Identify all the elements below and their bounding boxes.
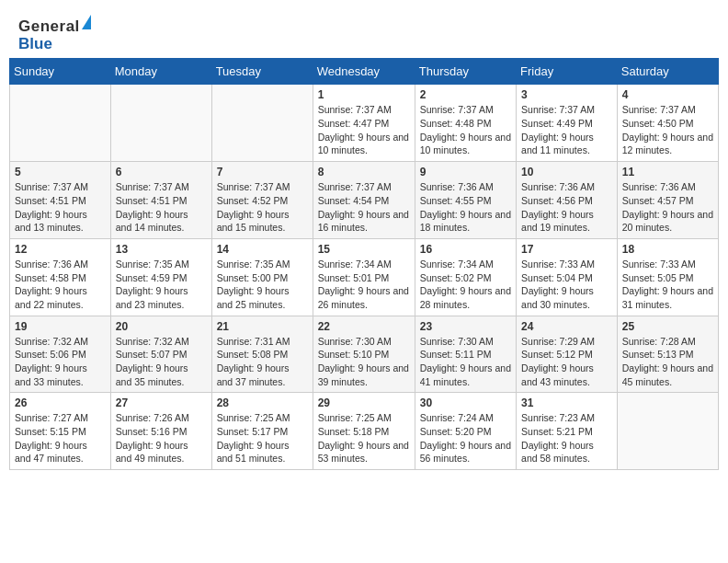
calendar-cell: 29Sunrise: 7:25 AMSunset: 5:18 PMDayligh…: [313, 393, 415, 470]
calendar-cell: 19Sunrise: 7:32 AMSunset: 5:06 PMDayligh…: [10, 316, 111, 393]
day-number: 1: [318, 88, 410, 101]
day-info: Sunrise: 7:30 AMSunset: 5:10 PMDaylight:…: [318, 336, 409, 387]
calendar-cell: 6Sunrise: 7:37 AMSunset: 4:51 PMDaylight…: [110, 162, 211, 239]
day-number: 19: [15, 320, 106, 333]
day-number: 20: [116, 320, 207, 333]
day-number: 8: [318, 166, 410, 178]
calendar-cell: 9Sunrise: 7:36 AMSunset: 4:55 PMDaylight…: [415, 162, 516, 239]
day-info: Sunrise: 7:37 AMSunset: 4:50 PMDaylight:…: [622, 104, 713, 155]
day-number: 31: [521, 396, 612, 409]
day-number: 7: [217, 166, 308, 178]
day-number: 15: [318, 243, 410, 256]
calendar-cell: 18Sunrise: 7:33 AMSunset: 5:05 PMDayligh…: [617, 238, 718, 316]
day-info: Sunrise: 7:29 AMSunset: 5:12 PMDaylight:…: [521, 336, 595, 387]
calendar-cell: 3Sunrise: 7:37 AMSunset: 4:49 PMDaylight…: [517, 85, 618, 162]
day-info: Sunrise: 7:36 AMSunset: 4:57 PMDaylight:…: [622, 181, 713, 233]
weekday-header-wednesday: Wednesday: [313, 59, 415, 85]
calendar-table: SundayMondayTuesdayWednesdayThursdayFrid…: [9, 58, 719, 470]
calendar-cell: 7Sunrise: 7:37 AMSunset: 4:52 PMDaylight…: [211, 162, 313, 239]
day-info: Sunrise: 7:33 AMSunset: 5:04 PMDaylight:…: [521, 259, 595, 310]
calendar-cell: 26Sunrise: 7:27 AMSunset: 5:15 PMDayligh…: [10, 393, 111, 470]
weekday-header-saturday: Saturday: [617, 59, 718, 85]
calendar-cell: [211, 85, 313, 162]
day-info: Sunrise: 7:34 AMSunset: 5:01 PMDaylight:…: [318, 259, 409, 310]
day-info: Sunrise: 7:25 AMSunset: 5:18 PMDaylight:…: [318, 412, 409, 464]
day-info: Sunrise: 7:26 AMSunset: 5:16 PMDaylight:…: [116, 412, 189, 464]
weekday-header-monday: Monday: [110, 59, 211, 85]
day-number: 16: [420, 243, 511, 256]
day-number: 22: [318, 320, 410, 333]
calendar-cell: 10Sunrise: 7:36 AMSunset: 4:56 PMDayligh…: [517, 162, 618, 239]
page-header: General Blue: [9, 9, 719, 58]
day-info: Sunrise: 7:37 AMSunset: 4:48 PMDaylight:…: [420, 104, 511, 155]
calendar-cell: 11Sunrise: 7:36 AMSunset: 4:57 PMDayligh…: [617, 162, 718, 239]
day-info: Sunrise: 7:37 AMSunset: 4:47 PMDaylight:…: [318, 104, 409, 155]
day-info: Sunrise: 7:37 AMSunset: 4:51 PMDaylight:…: [116, 181, 189, 233]
calendar-cell: [10, 85, 111, 162]
day-info: Sunrise: 7:30 AMSunset: 5:11 PMDaylight:…: [420, 336, 511, 387]
day-info: Sunrise: 7:37 AMSunset: 4:54 PMDaylight:…: [318, 181, 409, 233]
day-info: Sunrise: 7:32 AMSunset: 5:07 PMDaylight:…: [116, 336, 189, 387]
weekday-header-tuesday: Tuesday: [211, 59, 313, 85]
day-number: 18: [622, 243, 713, 256]
calendar-cell: 5Sunrise: 7:37 AMSunset: 4:51 PMDaylight…: [10, 162, 111, 239]
day-number: 3: [521, 88, 612, 101]
day-number: 28: [217, 396, 308, 409]
calendar-cell: [110, 85, 211, 162]
day-number: 9: [420, 166, 511, 178]
day-number: 29: [318, 396, 410, 409]
day-number: 24: [521, 320, 612, 333]
calendar-cell: 16Sunrise: 7:34 AMSunset: 5:02 PMDayligh…: [415, 238, 516, 316]
day-number: 10: [521, 166, 612, 178]
day-number: 26: [15, 396, 106, 409]
day-number: 4: [622, 88, 713, 101]
calendar-cell: 23Sunrise: 7:30 AMSunset: 5:11 PMDayligh…: [415, 316, 516, 393]
day-info: Sunrise: 7:37 AMSunset: 4:49 PMDaylight:…: [521, 104, 595, 155]
day-info: Sunrise: 7:25 AMSunset: 5:17 PMDaylight:…: [217, 412, 290, 464]
calendar-cell: 24Sunrise: 7:29 AMSunset: 5:12 PMDayligh…: [517, 316, 618, 393]
calendar-cell: 17Sunrise: 7:33 AMSunset: 5:04 PMDayligh…: [517, 238, 618, 316]
day-info: Sunrise: 7:36 AMSunset: 4:58 PMDaylight:…: [15, 259, 88, 310]
day-number: 25: [622, 320, 713, 333]
day-info: Sunrise: 7:37 AMSunset: 4:52 PMDaylight:…: [217, 181, 290, 233]
weekday-header-thursday: Thursday: [415, 59, 516, 85]
calendar-cell: 25Sunrise: 7:28 AMSunset: 5:13 PMDayligh…: [617, 316, 718, 393]
calendar-cell: 12Sunrise: 7:36 AMSunset: 4:58 PMDayligh…: [10, 238, 111, 316]
day-info: Sunrise: 7:23 AMSunset: 5:21 PMDaylight:…: [521, 412, 595, 464]
weekday-header-sunday: Sunday: [10, 59, 111, 85]
calendar-cell: 4Sunrise: 7:37 AMSunset: 4:50 PMDaylight…: [617, 85, 718, 162]
logo: General Blue: [18, 17, 91, 52]
day-info: Sunrise: 7:28 AMSunset: 5:13 PMDaylight:…: [622, 336, 713, 387]
calendar-cell: 14Sunrise: 7:35 AMSunset: 5:00 PMDayligh…: [211, 238, 313, 316]
calendar-cell: 21Sunrise: 7:31 AMSunset: 5:08 PMDayligh…: [211, 316, 313, 393]
day-info: Sunrise: 7:35 AMSunset: 5:00 PMDaylight:…: [217, 259, 290, 310]
day-info: Sunrise: 7:33 AMSunset: 5:05 PMDaylight:…: [622, 259, 713, 310]
day-number: 23: [420, 320, 511, 333]
day-info: Sunrise: 7:24 AMSunset: 5:20 PMDaylight:…: [420, 412, 511, 464]
day-info: Sunrise: 7:27 AMSunset: 5:15 PMDaylight:…: [15, 412, 88, 464]
calendar-cell: 8Sunrise: 7:37 AMSunset: 4:54 PMDaylight…: [313, 162, 415, 239]
day-info: Sunrise: 7:34 AMSunset: 5:02 PMDaylight:…: [420, 259, 511, 310]
day-number: 21: [217, 320, 308, 333]
calendar-cell: 22Sunrise: 7:30 AMSunset: 5:10 PMDayligh…: [313, 316, 415, 393]
day-info: Sunrise: 7:31 AMSunset: 5:08 PMDaylight:…: [217, 336, 290, 387]
day-info: Sunrise: 7:36 AMSunset: 4:55 PMDaylight:…: [420, 181, 511, 233]
day-number: 2: [420, 88, 511, 101]
weekday-header-friday: Friday: [517, 59, 618, 85]
calendar-cell: 30Sunrise: 7:24 AMSunset: 5:20 PMDayligh…: [415, 393, 516, 470]
day-number: 5: [15, 166, 106, 178]
calendar-cell: 27Sunrise: 7:26 AMSunset: 5:16 PMDayligh…: [110, 393, 211, 470]
day-info: Sunrise: 7:32 AMSunset: 5:06 PMDaylight:…: [15, 336, 88, 387]
day-number: 27: [116, 396, 207, 409]
day-number: 11: [622, 166, 713, 178]
calendar-cell: 31Sunrise: 7:23 AMSunset: 5:21 PMDayligh…: [517, 393, 618, 470]
calendar-cell: 20Sunrise: 7:32 AMSunset: 5:07 PMDayligh…: [110, 316, 211, 393]
calendar-cell: 15Sunrise: 7:34 AMSunset: 5:01 PMDayligh…: [313, 238, 415, 316]
logo-blue: Blue: [18, 36, 91, 53]
day-number: 6: [116, 166, 207, 178]
day-number: 13: [116, 243, 207, 256]
calendar-cell: 1Sunrise: 7:37 AMSunset: 4:47 PMDaylight…: [313, 85, 415, 162]
logo-general: General: [18, 17, 91, 36]
calendar-cell: 28Sunrise: 7:25 AMSunset: 5:17 PMDayligh…: [211, 393, 313, 470]
calendar-cell: 13Sunrise: 7:35 AMSunset: 4:59 PMDayligh…: [110, 238, 211, 316]
